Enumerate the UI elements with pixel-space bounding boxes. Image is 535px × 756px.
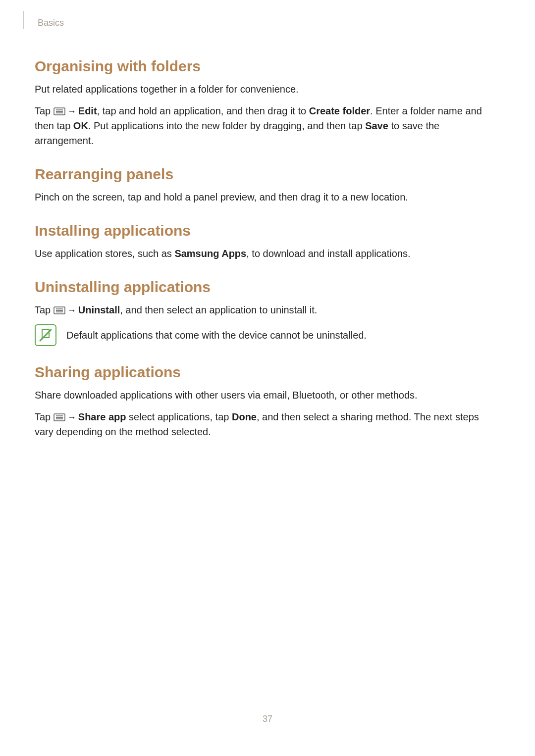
heading-organising: Organising with folders (35, 58, 500, 75)
header-divider (23, 11, 24, 29)
arrow-icon: → (65, 412, 78, 422)
note-uninstalling: Default applications that come with the … (35, 324, 500, 346)
text: Tap (35, 105, 54, 116)
paragraph-rearranging: Pinch on the screen, tap and hold a pane… (35, 190, 500, 204)
text: , tap and hold an application, and then … (97, 105, 309, 116)
menu-icon (54, 413, 65, 421)
bold-create-folder: Create folder (309, 105, 370, 116)
heading-sharing: Sharing applications (35, 364, 500, 381)
note-icon (35, 324, 56, 346)
paragraph-uninstalling: Tap →Uninstall, and then select an appli… (35, 302, 500, 317)
paragraph-installing: Use application stores, such as Samsung … (35, 246, 500, 261)
bold-samsung-apps: Samsung Apps (174, 248, 246, 259)
text: , to download and install applications. (246, 248, 410, 259)
bold-done: Done (232, 411, 257, 422)
menu-icon (54, 306, 65, 314)
section-organising: Organising with folders Put related appl… (35, 58, 500, 148)
bold-share-app: Share app (78, 411, 126, 422)
bold-ok: OK (73, 120, 88, 131)
bold-save: Save (365, 120, 388, 131)
page-number: 37 (0, 714, 535, 724)
section-rearranging: Rearranging panels Pinch on the screen, … (35, 166, 500, 204)
section-uninstalling: Uninstalling applications Tap →Uninstall… (35, 279, 500, 346)
arrow-icon: → (65, 106, 78, 116)
bold-edit: Edit (78, 105, 97, 116)
bold-uninstall: Uninstall (78, 304, 120, 315)
menu-icon (54, 107, 65, 115)
text: select applications, tap (126, 411, 232, 422)
breadcrumb: Basics (38, 18, 500, 28)
text: Tap (35, 304, 54, 315)
text: Tap (35, 411, 54, 422)
heading-uninstalling: Uninstalling applications (35, 279, 500, 296)
paragraph-sharing-steps: Tap →Share app select applications, tap … (35, 409, 500, 439)
arrow-icon: → (65, 305, 78, 315)
page-content: Basics Organising with folders Put relat… (0, 0, 535, 439)
text: Use application stores, such as (35, 248, 174, 259)
text: . Put applications into the new folder b… (88, 120, 365, 131)
section-installing: Installing applications Use application … (35, 222, 500, 261)
paragraph-organising-steps: Tap →Edit, tap and hold an application, … (35, 103, 500, 148)
paragraph-organising-intro: Put related applications together in a f… (35, 82, 500, 97)
section-sharing: Sharing applications Share downloaded ap… (35, 364, 500, 439)
heading-rearranging: Rearranging panels (35, 166, 500, 183)
heading-installing: Installing applications (35, 222, 500, 239)
text: , and then select an application to unin… (120, 304, 317, 315)
note-text: Default applications that come with the … (66, 328, 367, 343)
paragraph-sharing-intro: Share downloaded applications with other… (35, 388, 500, 403)
